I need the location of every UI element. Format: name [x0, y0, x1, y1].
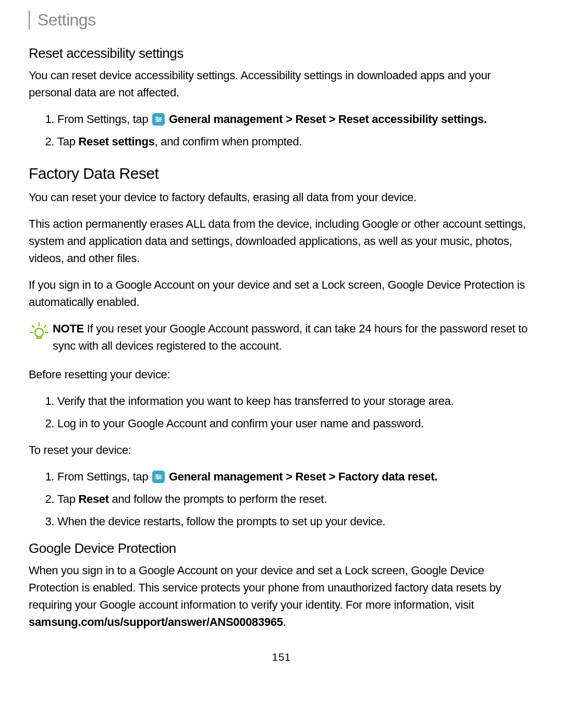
reset-intro: To reset your device:	[29, 441, 534, 459]
heading-factory-reset: Factory Data Reset	[29, 165, 534, 182]
list-item: Tap Reset and follow the prompts to perf…	[57, 490, 534, 508]
note-block: NOTE If you reset your Google Account pa…	[29, 320, 534, 354]
header-title: Settings	[38, 10, 96, 29]
list-item: Log in to your Google Account and confir…	[57, 415, 534, 432]
gdp-link: samsung.com/us/support/answer/ANS0008396…	[29, 615, 283, 628]
step-bold: Reset	[78, 492, 108, 505]
svg-point-6	[35, 328, 43, 337]
step-path: General management > Reset > Factory dat…	[169, 470, 437, 483]
para-reset-accessibility: You can reset device accessibility setti…	[29, 67, 534, 101]
before-intro: Before resetting your device:	[29, 366, 534, 383]
svg-point-5	[157, 120, 158, 122]
para-factory-3: If you sign in to a Google Account on yo…	[29, 276, 534, 311]
step-text: Tap	[57, 492, 78, 505]
page-header: Settings	[29, 10, 534, 30]
list-item: Verify that the information you want to …	[57, 392, 534, 410]
gdp-text: When you sign in to a Google Account on …	[29, 564, 501, 611]
note-body: If you reset your Google Account passwor…	[53, 322, 528, 352]
page-number: 151	[29, 651, 534, 663]
step-text: Tap	[57, 135, 78, 148]
list-item: Tap Reset settings, and confirm when pro…	[57, 133, 534, 150]
lightbulb-icon	[29, 321, 50, 344]
step-text: and follow the prompts to perform the re…	[109, 492, 327, 505]
list-item: From Settings, tap General management > …	[57, 110, 534, 128]
svg-point-17	[157, 478, 158, 479]
step-bold: Reset settings	[78, 135, 154, 148]
steps-before: Verify that the information you want to …	[29, 392, 534, 432]
svg-point-3	[156, 117, 158, 118]
para-gdp: When you sign in to a Google Account on …	[29, 562, 534, 631]
general-management-icon	[152, 471, 165, 483]
list-item: When the device restarts, follow the pro…	[57, 513, 534, 530]
steps-reset-accessibility: From Settings, tap General management > …	[29, 110, 534, 150]
note-text: NOTE If you reset your Google Account pa…	[53, 320, 534, 354]
svg-line-10	[32, 326, 34, 327]
para-factory-2: This action permanently erases ALL data …	[29, 215, 534, 267]
step-path: General management > Reset > Reset acces…	[169, 113, 487, 126]
note-label: NOTE	[53, 322, 84, 335]
para-factory-1: You can reset your device to factory def…	[29, 189, 534, 206]
svg-point-4	[159, 118, 161, 120]
step-text: From Settings, tap	[57, 470, 151, 483]
svg-point-16	[159, 476, 161, 477]
steps-reset: From Settings, tap General management > …	[29, 468, 534, 530]
svg-point-15	[156, 474, 158, 476]
gdp-text-post: .	[283, 615, 286, 628]
general-management-icon	[152, 113, 165, 126]
heading-gdp: Google Device Protection	[29, 540, 534, 557]
svg-line-11	[44, 326, 46, 327]
list-item: From Settings, tap General management > …	[57, 468, 534, 485]
step-text: , and confirm when prompted.	[155, 135, 302, 148]
heading-reset-accessibility: Reset accessibility settings	[29, 45, 534, 61]
step-text: From Settings, tap	[57, 113, 151, 126]
